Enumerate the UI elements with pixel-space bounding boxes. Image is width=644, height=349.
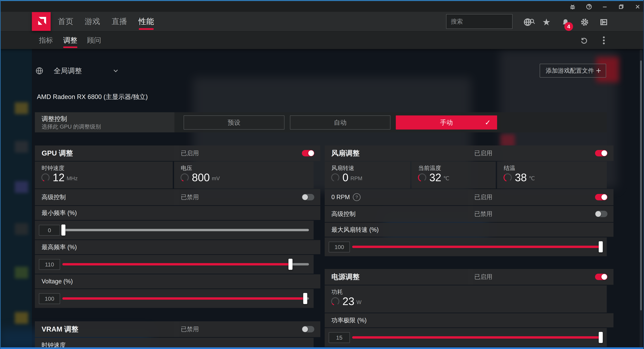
max-fan-slider[interactable]	[352, 246, 601, 248]
zero-rpm-help-icon[interactable]: ?	[353, 193, 360, 201]
power-limit-slider[interactable]	[352, 336, 601, 338]
gpu-tuning-status-card: 已启用	[174, 145, 320, 161]
desktop-icon-blur	[15, 267, 28, 278]
subtab-label: 顾问	[87, 36, 101, 45]
gpu-advanced-control-card: 高级控制	[35, 189, 180, 205]
fan-speed-label: 风扇转速	[332, 164, 354, 172]
nav-tab-streaming[interactable]: 直播	[112, 12, 127, 31]
slider-fill	[62, 297, 305, 300]
fan-tuning-title: 风扇调整	[332, 149, 360, 158]
close-button[interactable]	[634, 3, 641, 11]
reset-undo-icon[interactable]	[579, 36, 588, 45]
fan-advanced-toggle[interactable]	[595, 211, 608, 217]
gpu-advanced-toggle[interactable]	[302, 194, 314, 200]
globe-icon	[35, 67, 44, 75]
min-frequency-input[interactable]	[39, 225, 60, 236]
minimize-button[interactable]	[601, 3, 608, 11]
subtab-metrics[interactable]: 指标	[39, 32, 53, 49]
plus-icon: +	[596, 66, 601, 76]
window-left-accent	[0, 0, 1, 349]
current-temp-gauge	[417, 173, 427, 182]
nav-tab-label: 性能	[138, 16, 154, 27]
fan-tuning-toggle[interactable]	[595, 150, 608, 156]
gpu-device-name: AMD Radeon RX 6800 (主显示器/独立)	[37, 93, 148, 101]
slider-thumb[interactable]	[288, 259, 292, 270]
voltage-gauge	[180, 173, 190, 182]
help-icon[interactable]	[585, 3, 593, 11]
voltage-pct-slider[interactable]	[62, 297, 309, 300]
gpu-advanced-status-card: 已禁用	[174, 189, 320, 205]
gpu-voltage-card: 电压 800 mV	[174, 162, 314, 188]
zero-rpm-toggle[interactable]	[595, 194, 608, 200]
slider-thumb[interactable]	[599, 241, 603, 252]
min-frequency-slider-card	[35, 221, 314, 239]
titlebar	[0, 1, 644, 12]
slider-thumb[interactable]	[62, 224, 66, 236]
amd-logo[interactable]	[32, 12, 51, 31]
subtab-advisor[interactable]: 顾问	[87, 32, 101, 49]
fan-advanced-status-card: 已禁用	[468, 206, 614, 222]
slider-fill	[352, 336, 601, 338]
voltage-label: 电压	[181, 164, 192, 172]
restore-button[interactable]	[618, 3, 625, 11]
max-frequency-slider-card	[35, 255, 314, 274]
search-input[interactable]	[446, 18, 529, 25]
settings-gear-icon[interactable]	[580, 18, 589, 27]
search-box	[446, 14, 512, 29]
min-frequency-slider[interactable]	[62, 229, 309, 231]
nav-tab-home[interactable]: 首页	[58, 12, 73, 31]
max-fan-label-card: 最大风扇转速 (%)	[325, 223, 614, 237]
tuning-manual-button[interactable]: 手动 ✓	[396, 115, 497, 130]
slider-thumb[interactable]	[303, 293, 307, 304]
bug-report-icon[interactable]	[569, 3, 576, 11]
profile-selector[interactable]: 全局调整	[35, 64, 120, 78]
zero-rpm-label: 0 RPM	[332, 194, 350, 201]
scrollbar[interactable]	[640, 50, 642, 349]
subtab-label: 指标	[39, 36, 53, 45]
overlay-panel-icon[interactable]	[599, 18, 608, 27]
slider-thumb[interactable]	[599, 332, 603, 343]
max-frequency-slider[interactable]	[62, 263, 309, 265]
background-red-blur	[500, 134, 515, 147]
add-game-profile-button[interactable]: 添加游戏配置文件 +	[540, 64, 606, 78]
subtab-tuning[interactable]: 调整	[63, 32, 77, 49]
performance-subnav: 指标 调整 顾问	[0, 31, 644, 49]
junction-temp-unit: ℃	[529, 175, 535, 182]
preset-label: 预设	[228, 118, 240, 127]
tuning-auto-button[interactable]: 自动	[290, 115, 390, 130]
power-tuning-toggle[interactable]	[595, 274, 608, 280]
zero-rpm-card: 0 RPM ?	[325, 189, 473, 205]
power-consumption-unit: W	[356, 299, 362, 305]
desktop-icon-blur	[15, 181, 28, 193]
gpu-tuning-toggle[interactable]	[302, 150, 314, 156]
main-navbar: 首页 游戏 直播 性能 ★ 4	[0, 12, 644, 31]
vram-tuning-title: VRAM 调整	[42, 324, 78, 334]
fan-speed-gauge	[330, 173, 340, 182]
current-temp-value: 32	[429, 171, 441, 184]
tuning-preset-button[interactable]: 预设	[184, 115, 284, 130]
max-fan-input[interactable]	[329, 242, 350, 252]
power-limit-input[interactable]	[329, 332, 350, 343]
profile-selector-label: 全局调整	[54, 66, 82, 76]
web-globe-icon[interactable]	[523, 18, 532, 27]
voltage-value: 800	[192, 171, 210, 184]
max-frequency-label-card: 最高频率 (%)	[35, 240, 320, 254]
gpu-tuning-header: GPU 调整	[35, 145, 180, 161]
manual-label: 手动	[440, 118, 453, 127]
scrollbar-thumb[interactable]	[640, 60, 642, 310]
nav-tab-label: 游戏	[85, 16, 100, 27]
vram-toggle[interactable]	[302, 326, 314, 332]
max-frequency-input[interactable]	[39, 259, 60, 270]
more-options-icon[interactable]	[599, 36, 608, 45]
nav-tab-label: 直播	[112, 16, 127, 27]
power-limit-slider-card	[325, 328, 607, 347]
active-subtab-underline	[63, 47, 77, 48]
power-tuning-status: 已启用	[474, 273, 492, 281]
voltage-pct-slider-card	[35, 289, 314, 308]
favorites-star-icon[interactable]: ★	[542, 18, 551, 27]
nav-tab-gaming[interactable]: 游戏	[85, 12, 100, 31]
voltage-pct-input[interactable]	[39, 293, 60, 304]
max-fan-label: 最大风扇转速 (%)	[332, 226, 379, 234]
min-frequency-label: 最小频率 (%)	[42, 209, 77, 217]
nav-tab-performance[interactable]: 性能	[138, 12, 154, 31]
